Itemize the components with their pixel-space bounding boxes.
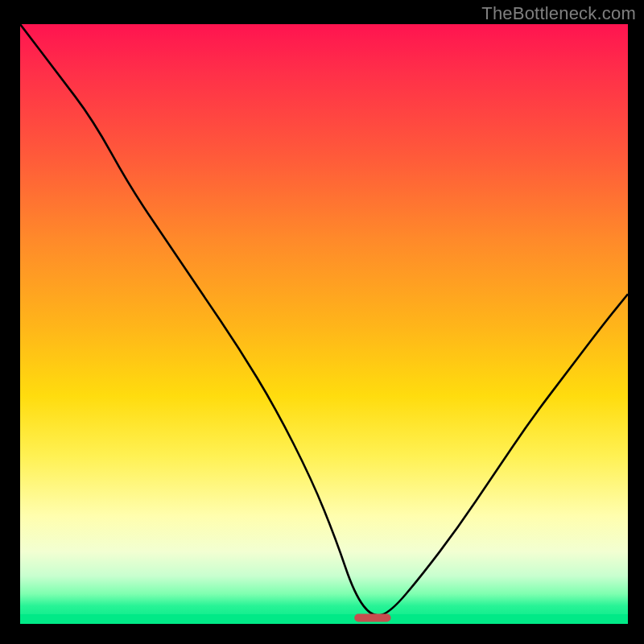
plot-area bbox=[20, 24, 628, 624]
minimum-marker bbox=[354, 614, 390, 622]
minimum-marker-pill bbox=[354, 614, 390, 622]
watermark-label: TheBottleneck.com bbox=[481, 3, 636, 24]
chart-frame: TheBottleneck.com bbox=[0, 0, 644, 644]
curve-path bbox=[20, 24, 628, 616]
bottleneck-curve bbox=[20, 24, 628, 624]
